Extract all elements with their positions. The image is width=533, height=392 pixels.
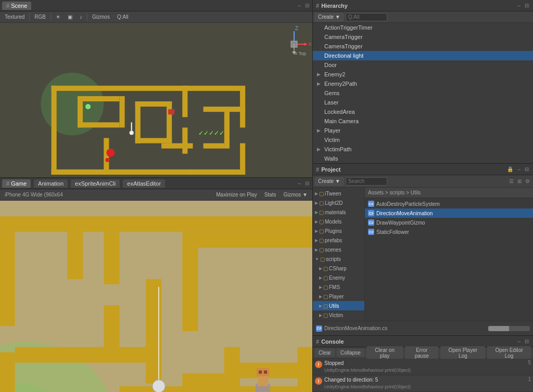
file-item[interactable]: C# DrawWaypointGizmo [365, 218, 533, 227]
scene-minimize-btn[interactable]: – [297, 3, 302, 8]
hierarchy-item[interactable]: ▶ Enemy2 [313, 70, 533, 79]
hierarchy-create-btn[interactable]: Create ▼ [315, 13, 344, 21]
folder-icon: ▢ [323, 284, 328, 290]
folder-arrow: ▶ [319, 304, 322, 308]
gizmos-game-btn[interactable]: Gizmos ▼ [281, 191, 310, 199]
hierarchy-item[interactable]: ActionTriggerTimer [313, 23, 533, 32]
atlas-editor-tab[interactable]: exAtlasEditor [123, 179, 165, 188]
sprite-anim-tab[interactable]: exSpriteAnimCli [71, 179, 120, 188]
hierarchy-search[interactable] [346, 13, 387, 21]
hierarchy-item[interactable]: ▶ VictimPath [313, 145, 533, 154]
console-collapse-btn[interactable]: ⊟ [524, 338, 530, 344]
stats-btn[interactable]: Stats [262, 191, 279, 199]
atlas-editor-label: exAtlasEditor [127, 180, 161, 187]
tree-item[interactable]: ▶ ▢ Plugins [313, 226, 364, 236]
file-item[interactable]: C# AutoDestroyParticleSystem [365, 199, 533, 208]
hierarchy-collapse-btn[interactable]: ⊟ [524, 3, 530, 8]
axis-gizmo: Z x ≡ Top [276, 26, 307, 57]
color-mode-dropdown[interactable]: RGB [32, 13, 48, 21]
folder-icon: ▢ [323, 294, 328, 299]
scene-tab[interactable]: # Scene [2, 2, 31, 10]
project-search[interactable] [346, 177, 387, 186]
tree-item[interactable]: ▶ ▢ Models [313, 217, 364, 226]
image-icon[interactable]: ▣ [65, 13, 75, 21]
hierarchy-item[interactable]: Walls [313, 154, 533, 163]
scene-panel: # Scene – ⊟ Textured RGB ☀ ▣ ♪ Gizmos Q:… [0, 0, 312, 178]
main-layout: # Scene – ⊟ Textured RGB ☀ ▣ ♪ Gizmos Q:… [0, 0, 533, 392]
game-tab-bar: # Game Animation exSpriteAnimCli exAtlas… [0, 178, 312, 189]
hierarchy-item[interactable]: ▶ Enemy2Path [313, 79, 533, 88]
console-btn-collapse[interactable]: Collapse [337, 349, 364, 357]
file-item[interactable]: C# StaticFollower [365, 227, 533, 237]
tree-item-label: Player [329, 294, 344, 299]
tree-item[interactable]: ▶ ▢ Utils [313, 301, 364, 310]
game-collapse-btn[interactable]: ⊟ [304, 180, 310, 186]
console-minimize-btn[interactable]: – [516, 338, 522, 344]
game-minimize-btn[interactable]: – [297, 180, 302, 186]
tree-item[interactable]: ▶ ▢ materials [313, 207, 364, 217]
hierarchy-item[interactable]: LockedArea [313, 107, 533, 116]
console-item[interactable]: ! Changed to direction: 5 UnityEngine.Mo… [313, 375, 533, 392]
console-item[interactable]: ! Stopped UnityEngine.MonoBehaviour:prin… [313, 359, 533, 375]
svg-rect-11 [52, 86, 240, 91]
hierarchy-item[interactable]: CameraTrigger [313, 42, 533, 51]
console-item-icon: ! [315, 361, 322, 368]
maximize-on-play-btn[interactable]: Maximize on Play [213, 191, 259, 199]
svg-rect-58 [224, 378, 240, 389]
scene-search[interactable]: Q:All [115, 13, 131, 21]
console-btn-open-player-log[interactable]: Open Player Log [440, 346, 485, 360]
hierarchy-item[interactable]: CameraTrigger [313, 32, 533, 42]
tree-item[interactable]: ▶ ▢ Light2D [313, 198, 364, 207]
svg-rect-25 [104, 138, 109, 174]
svg-rect-24 [135, 138, 172, 143]
hierarchy-minimize-btn[interactable]: – [516, 3, 522, 8]
hierarchy-item[interactable]: Directional light [313, 51, 533, 60]
sun-icon[interactable]: ☀ [53, 13, 63, 21]
file-item[interactable]: C# DirectionMoveAnimation [365, 208, 533, 218]
tree-item[interactable]: ▶ ▢ iTween [313, 189, 364, 198]
project-header: # Project 🔒 – ⊟ [313, 164, 533, 175]
console-btn-clear[interactable]: Clear [315, 349, 335, 357]
project-collapse-btn[interactable]: ⊟ [524, 166, 530, 172]
svg-rect-16 [187, 169, 245, 175]
project-lock-btn[interactable]: 🔒 [506, 166, 514, 172]
tree-item[interactable]: ▶ ▢ scenes [313, 245, 364, 254]
scene-collapse-btn[interactable]: ⊟ [304, 3, 310, 8]
project-minimize-btn[interactable]: – [516, 166, 522, 172]
hierarchy-item[interactable]: Door [313, 60, 533, 70]
tree-item[interactable]: ▶ ▢ Enemy [313, 273, 364, 282]
project-create-btn[interactable]: Create ▼ [315, 177, 344, 186]
console-btn-open-editor-log[interactable]: Open Editor Log [487, 346, 531, 360]
tree-item[interactable]: ▶ ▢ FMS [313, 282, 364, 292]
tree-item[interactable]: ▶ ▢ prefabs [313, 236, 364, 245]
tree-item[interactable]: ▼ ▢ scripts [313, 254, 364, 264]
console-header: # Console – ⊟ [313, 336, 533, 347]
project-toolbar: Create ▼ ☰ ⊞ ⚙ [313, 175, 533, 188]
console-item-icon: ! [315, 377, 322, 385]
animation-tab[interactable]: Animation [34, 179, 68, 188]
svg-rect-44 [0, 232, 15, 326]
hierarchy-item[interactable]: Gems [313, 88, 533, 98]
tree-item[interactable]: ▶ ▢ CSharp [313, 264, 364, 273]
project-view-grid-btn[interactable]: ⊞ [516, 178, 523, 184]
tree-item[interactable]: ▶ ▢ Victim [313, 310, 364, 320]
shading-dropdown[interactable]: Textured [2, 13, 27, 21]
svg-rect-51 [182, 232, 312, 247]
audio-icon[interactable]: ♪ [77, 13, 85, 21]
project-view-list-btn[interactable]: ☰ [508, 178, 515, 184]
hierarchy-item[interactable]: Laser [313, 98, 533, 107]
hierarchy-item[interactable]: ▶ Player [313, 126, 533, 135]
project-settings-btn[interactable]: ⚙ [524, 178, 531, 184]
hierarchy-item[interactable]: Main Camera [313, 116, 533, 126]
folder-icon: ▢ [319, 210, 324, 215]
file-display-controls [488, 326, 530, 331]
game-tab[interactable]: # Game [2, 179, 31, 188]
tree-item-label: Victim [329, 312, 343, 318]
tree-item-label: Plugins [325, 228, 342, 234]
tree-item[interactable]: ▶ ▢ Player [313, 292, 364, 301]
console-btn-clear-on-play[interactable]: Clear on play [366, 346, 403, 360]
hierarchy-item[interactable]: Victim [313, 135, 533, 145]
gizmos-btn[interactable]: Gizmos [90, 13, 112, 21]
console-btn-error-pause[interactable]: Error pause [405, 346, 438, 360]
folder-icon: ▢ [319, 228, 324, 234]
